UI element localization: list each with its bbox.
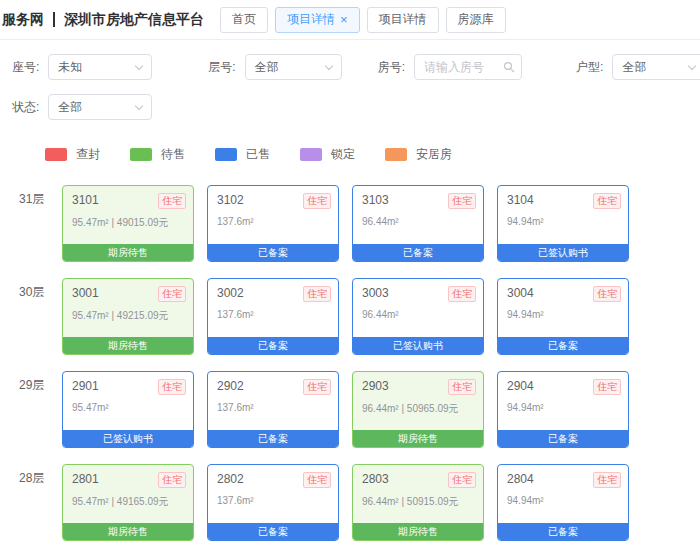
unit-type-tag: 住宅	[303, 286, 331, 302]
unit-type-tag: 住宅	[158, 193, 186, 209]
floor-row: 29层2901住宅95.47m²已签认购书2902住宅137.6m²已备案290…	[0, 371, 700, 448]
unit-number: 3004	[507, 286, 534, 300]
unit-type-tag: 住宅	[158, 379, 186, 395]
unit-number: 3003	[362, 286, 389, 300]
unit-detail: 96.44m² | 50965.09元	[353, 395, 483, 416]
filter-row-1: 座号: 未知 层号: 全部 房号:	[12, 54, 688, 80]
search-icon	[503, 61, 515, 73]
unit-status: 已备案	[208, 523, 338, 540]
unit-card-2802[interactable]: 2802住宅137.6m²已备案	[207, 464, 339, 541]
floor-units: 2801住宅95.47m² | 49165.09元期房待售2802住宅137.6…	[62, 464, 629, 541]
tab-bar: 首页项目详情×项目详情房源库	[220, 7, 506, 33]
unit-number: 2904	[507, 379, 534, 393]
unit-card-3101[interactable]: 3101住宅95.47m² | 49015.09元期房待售	[62, 185, 194, 262]
unit-detail: 96.44m² | 50915.09元	[353, 488, 483, 509]
legend-label: 待售	[161, 146, 185, 163]
unit-status: 期房待售	[63, 244, 193, 261]
unit-detail: 96.44m²	[353, 302, 483, 320]
floor-filter-value: 全部	[255, 59, 279, 76]
status-filter: 状态: 全部	[12, 94, 152, 120]
unit-number: 3101	[72, 193, 99, 207]
legend-item-sold: 已售	[215, 146, 270, 163]
status-filter-select[interactable]: 全部	[48, 94, 152, 120]
unit-card-2803[interactable]: 2803住宅96.44m² | 50915.09元期房待售	[352, 464, 484, 541]
unit-number: 3002	[217, 286, 244, 300]
unit-detail: 94.94m²	[498, 209, 628, 227]
tab-close-icon[interactable]: ×	[340, 13, 348, 26]
unit-detail: 94.94m²	[498, 395, 628, 413]
unit-status: 已备案	[498, 523, 628, 540]
unit-status: 已备案	[498, 430, 628, 447]
seat-filter: 座号: 未知	[12, 54, 152, 80]
unit-number: 2803	[362, 472, 389, 486]
seat-filter-select[interactable]: 未知	[48, 54, 152, 80]
floor-filter-select[interactable]: 全部	[245, 54, 342, 80]
tab-label: 首页	[232, 11, 256, 28]
app-header: 服务网 深圳市房地产信息平台 首页项目详情×项目详情房源库	[0, 0, 700, 40]
status-filter-value: 全部	[58, 99, 82, 116]
unit-status: 已备案	[208, 337, 338, 354]
unit-card-3103[interactable]: 3103住宅96.44m²已备案	[352, 185, 484, 262]
unit-detail: 137.6m²	[208, 302, 338, 320]
chevron-down-icon	[135, 62, 143, 70]
legend-label: 锁定	[331, 146, 355, 163]
tab-housing-library[interactable]: 房源库	[446, 7, 506, 33]
unit-type-tag: 住宅	[448, 472, 476, 488]
tab-project-details-2[interactable]: 项目详情	[367, 7, 439, 33]
unit-card-2904[interactable]: 2904住宅94.94m²已备案	[497, 371, 629, 448]
unit-status: 已备案	[498, 337, 628, 354]
unit-card-2901[interactable]: 2901住宅95.47m²已签认购书	[62, 371, 194, 448]
unit-card-3104[interactable]: 3104住宅94.94m²已签认购书	[497, 185, 629, 262]
unit-status: 期房待售	[353, 430, 483, 447]
chevron-down-icon	[135, 102, 143, 110]
unit-status: 期房待售	[63, 337, 193, 354]
floor-row: 28层2801住宅95.47m² | 49165.09元期房待售2802住宅13…	[0, 464, 700, 541]
seat-filter-label: 座号:	[12, 59, 39, 76]
unit-status: 已签认购书	[498, 244, 628, 261]
floor-row: 31层3101住宅95.47m² | 49015.09元期房待售3102住宅13…	[0, 185, 700, 262]
filter-panel: 座号: 未知 层号: 全部 房号:	[0, 40, 700, 120]
unit-type-tag: 住宅	[158, 472, 186, 488]
floor-units: 3001住宅95.47m² | 49215.09元期房待售3002住宅137.6…	[62, 278, 629, 355]
unit-card-2801[interactable]: 2801住宅95.47m² | 49165.09元期房待售	[62, 464, 194, 541]
legend-item-locked: 锁定	[300, 146, 355, 163]
brand-divider	[53, 12, 55, 27]
unit-status: 已备案	[208, 430, 338, 447]
unit-card-2903[interactable]: 2903住宅96.44m² | 50965.09元期房待售	[352, 371, 484, 448]
floors-container: 31层3101住宅95.47m² | 49015.09元期房待售3102住宅13…	[0, 185, 700, 541]
tab-label: 项目详情	[287, 11, 335, 28]
unit-card-3002[interactable]: 3002住宅137.6m²已备案	[207, 278, 339, 355]
filter-row-2: 状态: 全部	[12, 94, 688, 120]
unit-number: 2804	[507, 472, 534, 486]
unit-card-2804[interactable]: 2804住宅94.94m²已备案	[497, 464, 629, 541]
unit-detail: 137.6m²	[208, 209, 338, 227]
floor-filter-label: 层号:	[208, 59, 235, 76]
unit-type-tag: 住宅	[448, 286, 476, 302]
unit-card-3001[interactable]: 3001住宅95.47m² | 49215.09元期房待售	[62, 278, 194, 355]
layout-filter: 户型: 全部	[576, 54, 700, 80]
unit-card-3003[interactable]: 3003住宅96.44m²已签认购书	[352, 278, 484, 355]
tab-home[interactable]: 首页	[220, 7, 268, 33]
room-filter-label: 房号:	[378, 59, 405, 76]
legend-label: 安居房	[416, 146, 452, 163]
chevron-down-icon	[688, 62, 696, 70]
floor-label: 28层	[0, 464, 62, 541]
unit-number: 3001	[72, 286, 99, 300]
tab-project-details[interactable]: 项目详情×	[275, 7, 360, 33]
unit-card-2902[interactable]: 2902住宅137.6m²已备案	[207, 371, 339, 448]
floor-label: 29层	[0, 371, 62, 448]
layout-filter-select[interactable]: 全部	[612, 54, 700, 80]
legend-swatch-sealed	[45, 148, 67, 161]
unit-card-3102[interactable]: 3102住宅137.6m²已备案	[207, 185, 339, 262]
unit-number: 2801	[72, 472, 99, 486]
tab-label: 项目详情	[379, 11, 427, 28]
unit-type-tag: 住宅	[593, 193, 621, 209]
chevron-down-icon	[324, 62, 332, 70]
unit-type-tag: 住宅	[303, 472, 331, 488]
unit-type-tag: 住宅	[303, 379, 331, 395]
unit-card-3004[interactable]: 3004住宅94.94m²已备案	[497, 278, 629, 355]
unit-detail: 96.44m²	[353, 209, 483, 227]
unit-number: 3104	[507, 193, 534, 207]
legend-swatch-sold	[215, 148, 237, 161]
unit-type-tag: 住宅	[303, 193, 331, 209]
